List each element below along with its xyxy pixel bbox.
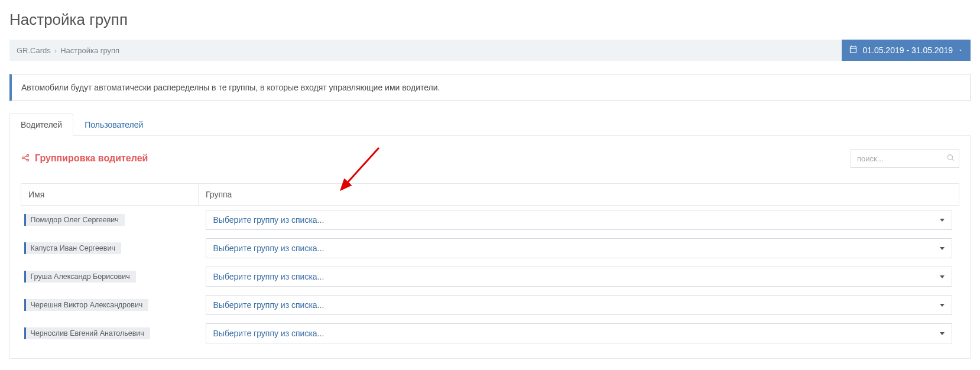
date-range-text: 01.05.2019 - 31.05.2019: [862, 46, 953, 55]
driver-chip[interactable]: Капуста Иван Сергеевич: [24, 242, 121, 254]
group-select-placeholder: Выберите группу из списка...: [213, 215, 324, 225]
page-title: Настройка групп: [9, 11, 971, 29]
group-select[interactable]: Выберите группу из списка...: [206, 210, 952, 230]
table-row: Груша Александр Борисович Выберите групп…: [21, 262, 959, 291]
group-select[interactable]: Выберите группу из списка...: [206, 238, 952, 258]
column-header-group: Группа: [199, 184, 959, 206]
group-select[interactable]: Выберите группу из списка...: [206, 323, 952, 343]
table-row: Черешня Виктор Александрович Выберите гр…: [21, 291, 959, 319]
tab-drivers[interactable]: Водителей: [9, 113, 73, 136]
group-select-placeholder: Выберите группу из списка...: [213, 329, 324, 338]
svg-line-4: [24, 158, 27, 160]
group-select-placeholder: Выберите группу из списка...: [213, 272, 324, 281]
search-input[interactable]: [851, 149, 959, 168]
svg-point-0: [22, 157, 24, 158]
drivers-panel: Группировка водителей Имя: [9, 136, 971, 359]
caret-down-icon: [940, 219, 945, 222]
column-header-name: Имя: [21, 184, 199, 206]
tab-users[interactable]: Пользователей: [73, 113, 154, 136]
group-select[interactable]: Выберите группу из списка...: [206, 295, 952, 315]
chevron-down-icon: [958, 46, 963, 55]
panel-title: Группировка водителей: [35, 153, 148, 164]
svg-line-3: [24, 155, 27, 157]
group-select-placeholder: Выберите группу из списка...: [213, 244, 324, 253]
breadcrumb-root[interactable]: GR.Cards: [17, 46, 51, 55]
date-range-picker[interactable]: 01.05.2019 - 31.05.2019: [842, 40, 971, 61]
share-icon: [21, 153, 30, 164]
driver-chip[interactable]: Помидор Олег Сергеевич: [24, 214, 125, 226]
search-wrap: [851, 149, 959, 168]
breadcrumb: GR.Cards › Настройка групп 01.05.2019 - …: [9, 40, 971, 61]
caret-down-icon: [940, 332, 945, 335]
driver-table: Имя Группа Помидор Олег Сергеевич Выбери…: [21, 183, 959, 348]
svg-point-2: [27, 159, 28, 161]
table-row: Чернослив Евгений Анатольевич Выберите г…: [21, 319, 959, 348]
table-row: Капуста Иван Сергеевич Выберите группу и…: [21, 234, 959, 262]
svg-point-1: [27, 154, 28, 156]
info-panel: Автомобили будут автоматически распереде…: [9, 74, 971, 101]
table-row: Помидор Олег Сергеевич Выберите группу и…: [21, 206, 959, 235]
calendar-icon: [849, 45, 858, 56]
driver-chip[interactable]: Чернослив Евгений Анатольевич: [24, 327, 150, 339]
driver-chip[interactable]: Черешня Виктор Александрович: [24, 299, 149, 311]
group-select[interactable]: Выберите группу из списка...: [206, 267, 952, 287]
info-text: Автомобили будут автоматически распереде…: [21, 83, 440, 92]
group-select-placeholder: Выберите группу из списка...: [213, 300, 324, 310]
chevron-right-icon: ›: [54, 46, 57, 55]
caret-down-icon: [940, 247, 945, 250]
tabs: Водителей Пользователей: [9, 113, 971, 136]
breadcrumb-current: Настройка групп: [60, 46, 119, 55]
driver-chip[interactable]: Груша Александр Борисович: [24, 271, 136, 283]
caret-down-icon: [940, 304, 945, 307]
caret-down-icon: [940, 275, 945, 278]
